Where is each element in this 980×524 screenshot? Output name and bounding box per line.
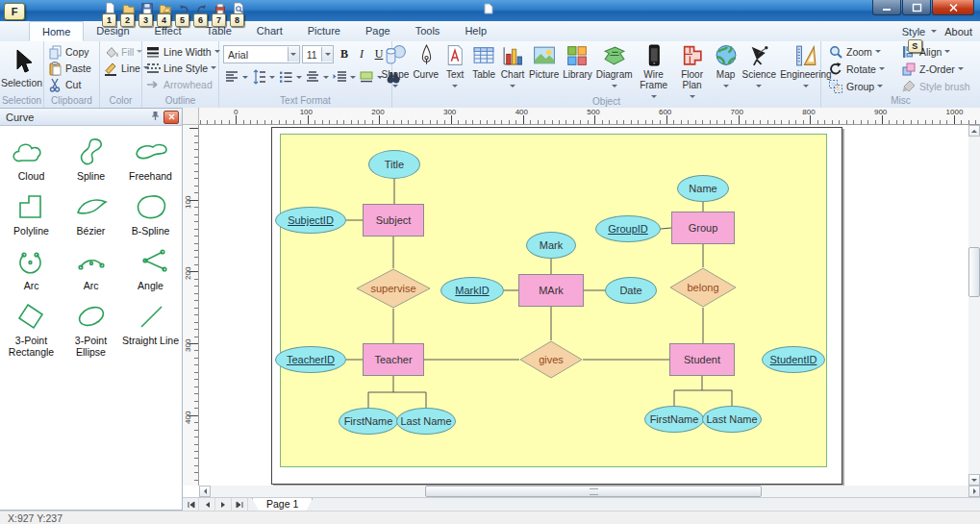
curve-tool-straight-line[interactable]: Straight Line [121,300,181,358]
clipboard-paste-button[interactable]: Paste [44,60,99,76]
curve-tool-polyline[interactable]: Polyline [2,190,62,237]
line-spacing-button[interactable] [250,68,276,86]
quick-access-button-4[interactable]: 4 [157,1,175,28]
scroll-left-button[interactable] [199,486,211,497]
italic-button[interactable]: I [353,46,370,62]
erd-node-gives[interactable]: gives [519,340,583,379]
erd-node-title[interactable]: Title [368,150,420,179]
erd-node-student-id[interactable]: StudentID [762,346,825,373]
curve-tool-three-point-rectangle[interactable]: 3-Point Rectangle [2,300,62,358]
list-button[interactable] [277,68,303,86]
quick-access-button-6[interactable]: 6 [193,1,212,28]
about-button[interactable]: About [944,26,972,37]
maximize-button[interactable] [902,0,931,15]
next-page-button[interactable] [215,498,232,512]
object-table-button[interactable]: Table [469,43,498,96]
erd-node-teacher-id[interactable]: TeacherID [275,346,346,373]
erd-node-t-firstname[interactable]: FirstName [339,408,398,435]
style-menu-button[interactable]: Style S [902,26,937,37]
curve-tool-spline[interactable]: Spline [62,136,121,182]
last-page-button[interactable] [232,498,248,512]
center-lines-button[interactable] [304,68,330,86]
tab-chart[interactable]: Chart [244,21,295,41]
bold-button[interactable]: B [336,46,353,62]
erd-node-s-lastname[interactable]: Last Name [702,406,762,433]
font-size-select[interactable]: 11 [302,45,334,63]
object-floor-plan-button[interactable]: Floor Plan [673,43,712,96]
quick-access-button-1[interactable]: 1 [102,1,120,28]
erd-node-subject-id[interactable]: SubjectID [275,207,346,234]
tab-help[interactable]: Help [452,21,499,41]
curve-tool-bezier[interactable]: Bézier [62,190,121,237]
vertical-scrollbar[interactable] [968,125,980,486]
misc-zoom-button[interactable]: Zoom [825,43,898,60]
scroll-up-button[interactable] [968,125,980,137]
pin-icon[interactable] [148,111,162,123]
selection-button[interactable]: Selection [0,41,43,95]
object-picture-button[interactable]: Picture [527,43,561,96]
curve-tool-arc2[interactable]: Arc [62,245,121,291]
erd-node-date[interactable]: Date [605,277,657,304]
erd-node-t-lastname[interactable]: Last Name [396,408,456,435]
object-map-button[interactable]: Map [712,43,741,96]
quick-access-button-8[interactable]: 8 [230,1,248,28]
erd-node-teacher[interactable]: Teacher [363,343,424,376]
curve-tool-freehand[interactable]: Freehand [121,136,181,182]
page-tab[interactable]: Page 1 [252,498,313,512]
drawing-viewport[interactable]: TitleSubjectSubjectIDsuperviseTeacherTea… [199,125,968,486]
erd-node-mark-attr[interactable]: Mark [526,232,576,259]
misc-z-order-button[interactable]: Z-Order [898,61,980,77]
erd-node-mark[interactable]: MArk [518,274,584,307]
tab-picture[interactable]: Picture [295,21,353,41]
vertical-scroll-thumb[interactable] [968,247,980,297]
horizontal-scrollbar[interactable] [199,486,980,497]
misc-group-button[interactable]: Group [825,78,898,94]
close-icon[interactable] [163,111,179,124]
erd-node-group[interactable]: Group [671,212,735,244]
erd-node-s-firstname[interactable]: FirstName [644,406,704,433]
curve-tool-b-spline[interactable]: B-Spline [121,190,181,237]
curve-tool-arc[interactable]: Arc [2,245,62,291]
outline-line-style-button[interactable]: Line Style [142,60,218,76]
previous-page-button[interactable] [199,498,215,512]
object-science-button[interactable]: Science [741,43,779,96]
curve-tool-angle[interactable]: Angle [121,245,181,291]
scroll-down-button[interactable] [968,474,980,486]
indent-button[interactable] [331,68,357,86]
erd-node-subject[interactable]: Subject [363,204,424,237]
erd-node-mark-id[interactable]: MarkID [440,277,504,304]
outline-line-width-button[interactable]: Line Width [142,43,218,60]
object-diagram-button[interactable]: Diagram [594,43,635,96]
quick-access-button-3[interactable]: 3 [138,1,157,28]
align-lines-button[interactable] [223,68,249,86]
font-family-select[interactable]: Arial [223,45,300,63]
quick-access-button-5[interactable]: 5 [175,1,193,28]
first-page-button[interactable] [183,498,199,512]
object-chart-button[interactable]: Chart [498,43,527,96]
minimize-button[interactable] [872,0,901,15]
clipboard-copy-button[interactable]: Copy [44,43,99,60]
object-library-button[interactable]: Library [561,43,594,96]
erd-node-student[interactable]: Student [669,343,735,376]
erd-node-group-id[interactable]: GroupID [595,215,661,242]
object-shape-button[interactable]: Shape [379,43,411,96]
erd-node-belong[interactable]: belong [669,267,737,308]
quick-access-button-7[interactable]: 7 [212,1,230,28]
curve-tool-cloud[interactable]: Cloud [2,136,62,182]
quick-access-button-2[interactable]: 2 [120,1,138,28]
curve-tool-three-point-ellipse[interactable]: 3-Point Ellipse [62,300,121,358]
close-button[interactable] [932,0,974,15]
misc-rotate-button[interactable]: Rotate [825,61,898,77]
tab-tools[interactable]: Tools [403,21,453,41]
object-wire-frame-button[interactable]: Wire Frame [635,43,673,96]
scroll-right-button[interactable] [968,486,980,497]
object-curve-button[interactable]: Curve [411,43,440,96]
tab-home[interactable]: Home [29,21,84,41]
erd-node-name[interactable]: Name [677,175,729,202]
horizontal-scroll-thumb[interactable] [425,486,762,497]
clipboard-cut-button[interactable]: Cut [44,76,99,92]
tab-page[interactable]: Page [353,21,403,41]
color-line-button[interactable]: Line [100,60,141,76]
erd-node-supervise[interactable]: supervise [356,268,431,309]
object-text-button[interactable]: Text [440,43,469,96]
